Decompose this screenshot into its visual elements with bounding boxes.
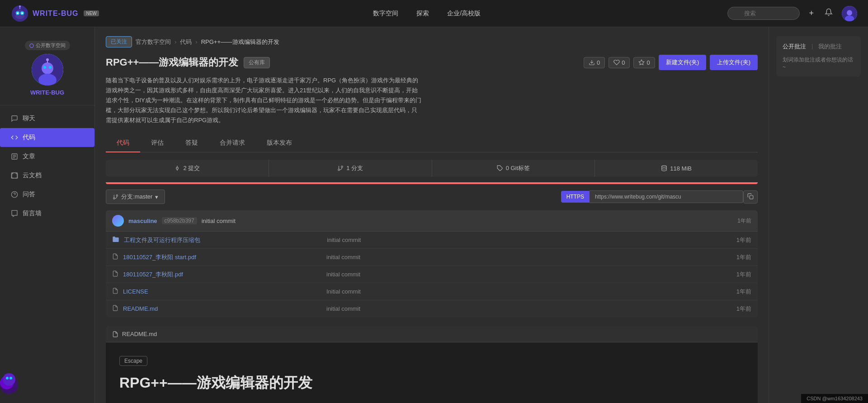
- clone-url-row: HTTPS: [561, 190, 758, 204]
- download-icon: [589, 59, 595, 66]
- file-time: 1年前: [724, 270, 751, 279]
- download-button[interactable]: 0: [584, 57, 605, 68]
- sidebar-username: WRITE-BUG: [5, 89, 90, 96]
- file-commit: initial commit: [318, 237, 724, 243]
- svg-point-4: [17, 12, 19, 14]
- csdn-bar: CSDN @wm1634208243: [801, 394, 868, 403]
- tags-stat[interactable]: 0 Git标签: [432, 160, 595, 177]
- avatar[interactable]: [842, 6, 857, 21]
- commit-message: initial commit: [202, 218, 236, 224]
- svg-point-22: [46, 58, 49, 61]
- https-toggle[interactable]: HTTPS: [561, 191, 590, 203]
- file-name[interactable]: 180110527_李秋阳 start.pdf: [123, 253, 317, 261]
- star-button[interactable]: 0: [633, 57, 655, 68]
- svg-point-19: [43, 66, 46, 69]
- svg-point-38: [662, 166, 667, 168]
- commits-icon: [174, 165, 180, 171]
- nav-link-digital-space[interactable]: 数字空间: [373, 9, 398, 18]
- add-button[interactable]: +: [807, 7, 816, 20]
- comment-placeholder: 划词添加批注或者你想说的话~: [783, 56, 854, 70]
- file-name[interactable]: 工程文件及可运行程序压缩包: [124, 236, 318, 244]
- file-commit: initial commit: [317, 305, 724, 312]
- public-icon: [29, 43, 34, 48]
- file-icon: [112, 304, 118, 313]
- table-row: README.md initial commit 1年前: [106, 300, 758, 317]
- readme-header: README.md: [106, 326, 758, 342]
- svg-point-7: [19, 5, 21, 7]
- docs-icon: [11, 172, 18, 179]
- readme-content: Escape RPG++——游戏编辑器的开发: [106, 342, 758, 403]
- sidebar-item-article[interactable]: 文章: [0, 147, 94, 166]
- repo-actions: 0 0 0 新建文件(夹) 上传文件(夹): [584, 55, 758, 70]
- commit-hash[interactable]: c958b2b397: [162, 217, 197, 224]
- tab-eval[interactable]: 评估: [140, 134, 175, 152]
- svg-point-20: [49, 66, 52, 69]
- file-name[interactable]: LICENSE: [123, 288, 317, 295]
- commit-header: masculine c958b2b397 initial commit 1年前: [106, 210, 758, 232]
- svg-point-9: [24, 13, 27, 16]
- svg-point-17: [42, 62, 53, 74]
- repo-visibility-badge: 公有库: [244, 57, 270, 68]
- nav-actions: +: [727, 6, 857, 21]
- svg-point-35: [341, 166, 343, 168]
- file-time: 1年前: [724, 288, 751, 296]
- branches-stat[interactable]: 1 分支: [269, 160, 432, 177]
- sidebar-item-code[interactable]: 代码: [0, 128, 94, 147]
- tab-pr[interactable]: 合并请求: [209, 134, 256, 152]
- file-name[interactable]: 180110527_李秋阳.pdf: [123, 270, 317, 279]
- copy-url-button[interactable]: [743, 190, 758, 204]
- repo-header: RPG++——游戏编辑器的开发 公有库 0 0: [106, 55, 758, 70]
- follow-button[interactable]: 已关注: [106, 36, 132, 47]
- breadcrumb-code[interactable]: 代码: [180, 38, 192, 46]
- comment-tabs: 公开批注 | 我的批注: [783, 43, 854, 51]
- logo[interactable]: WRITE-BUG NEW: [11, 5, 99, 23]
- folder-icon: [112, 236, 119, 244]
- search-input[interactable]: [727, 7, 800, 20]
- branch-icon: [113, 194, 118, 200]
- file-name[interactable]: README.md: [123, 305, 317, 312]
- file-icon: [112, 253, 118, 261]
- logo-text: WRITE-BUG: [33, 9, 78, 18]
- breadcrumb-sep2: ›: [195, 38, 197, 45]
- clone-url-input[interactable]: [590, 190, 743, 203]
- branch-selector[interactable]: 分支:master ▾: [106, 190, 165, 204]
- sidebar-item-docs[interactable]: 云文档: [0, 166, 94, 185]
- commit-author-name[interactable]: masculine: [128, 218, 157, 224]
- table-row: 180110527_李秋阳.pdf initial commit 1年前: [106, 266, 758, 283]
- svg-point-45: [3, 373, 15, 386]
- commit-time: 1年前: [737, 217, 751, 225]
- nav-link-enterprise[interactable]: 企业/高校版: [447, 9, 481, 18]
- breadcrumb-repo: RPG++——游戏编辑器的开发: [201, 38, 279, 46]
- notification-button[interactable]: [823, 6, 835, 20]
- breadcrumb-space[interactable]: 官方数字空间: [136, 38, 171, 46]
- progress-bar: [106, 182, 758, 184]
- file-commit: initial commit: [317, 271, 724, 278]
- svg-point-46: [6, 377, 9, 379]
- svg-point-1: [14, 10, 25, 19]
- commits-stat[interactable]: 2 提交: [106, 160, 269, 177]
- nav-link-explore[interactable]: 探索: [416, 9, 429, 18]
- upload-file-button[interactable]: 上传文件(夹): [710, 55, 758, 70]
- main-content: 已关注 官方数字空间 › 代码 › RPG++——游戏编辑器的开发 RPG++—…: [95, 27, 769, 403]
- file-icon: [112, 270, 118, 279]
- file-time: 1年前: [724, 236, 751, 244]
- tab-code[interactable]: 代码: [106, 134, 140, 152]
- sidebar-item-chat[interactable]: 聊天: [0, 109, 94, 128]
- escape-button[interactable]: Escape: [119, 356, 147, 366]
- tab-release[interactable]: 版本发布: [256, 134, 303, 152]
- sidebar-item-message[interactable]: 留言墙: [0, 204, 94, 223]
- new-file-button[interactable]: 新建文件(夹): [659, 55, 707, 70]
- like-button[interactable]: 0: [609, 57, 630, 68]
- public-comment-tab[interactable]: 公开批注: [783, 43, 806, 51]
- svg-point-5: [21, 12, 23, 14]
- tab-qa[interactable]: 答疑: [175, 134, 209, 152]
- chevron-down-icon: ▾: [155, 194, 158, 200]
- copy-icon: [747, 193, 754, 199]
- sidebar-item-qa[interactable]: 问答: [0, 185, 94, 204]
- my-comment-tab[interactable]: 我的批注: [818, 43, 842, 51]
- top-navigation: WRITE-BUG NEW 数字空间 探索 企业/高校版 +: [0, 0, 868, 27]
- search-wrap: [727, 7, 800, 20]
- file-commit: initial commit: [317, 254, 724, 261]
- svg-point-41: [113, 198, 115, 199]
- mascot: [0, 358, 27, 394]
